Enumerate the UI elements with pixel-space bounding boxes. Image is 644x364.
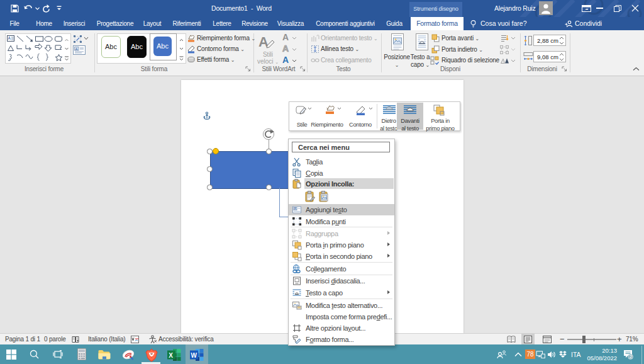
svg-text:A: A bbox=[8, 36, 11, 40]
svg-text:A: A bbox=[294, 207, 296, 210]
svg-text:X: X bbox=[169, 352, 173, 359]
svg-text:W: W bbox=[191, 352, 197, 359]
svg-text:A: A bbox=[75, 47, 78, 51]
svg-text:2: 2 bbox=[630, 354, 633, 360]
